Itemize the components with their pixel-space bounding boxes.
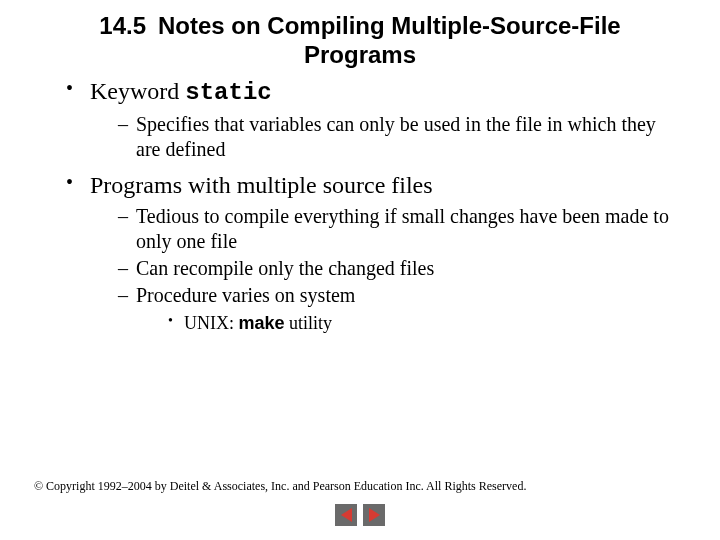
code-make: make — [239, 313, 285, 333]
bullet-2-1: Tedious to compile everything if small c… — [118, 204, 680, 254]
bullet-2: Programs with multiple source files Tedi… — [66, 170, 680, 335]
triangle-left-icon — [341, 508, 352, 522]
slide: 14.5Notes on Compiling Multiple-Source-F… — [0, 0, 720, 540]
prev-button[interactable] — [335, 504, 357, 526]
bullet-2-3-1: UNIX: make utility — [168, 312, 680, 335]
bullet-1-1: Specifies that variables can only be use… — [118, 112, 680, 162]
code-static: static — [185, 79, 271, 106]
bullet-2-text: Programs with multiple source files — [90, 172, 433, 198]
bullet-1: Keyword static Specifies that variables … — [66, 76, 680, 162]
slide-title: 14.5Notes on Compiling Multiple-Source-F… — [0, 0, 720, 74]
triangle-right-icon — [369, 508, 380, 522]
bullet-1-text: Keyword — [90, 78, 185, 104]
bullet-2-2: Can recompile only the changed files — [118, 256, 680, 281]
title-text: Notes on Compiling Multiple-Source-File … — [158, 12, 621, 68]
section-number: 14.5 — [99, 12, 146, 39]
copyright: © Copyright 1992–2004 by Deitel & Associ… — [34, 479, 526, 494]
bullet-2-3-text: Procedure varies on system — [136, 284, 355, 306]
bullet-2-3: Procedure varies on system UNIX: make ut… — [118, 283, 680, 335]
utility-label: utility — [285, 313, 333, 333]
next-button[interactable] — [363, 504, 385, 526]
slide-body: Keyword static Specifies that variables … — [0, 76, 720, 335]
nav-buttons — [335, 504, 385, 526]
unix-label: UNIX: — [184, 313, 239, 333]
